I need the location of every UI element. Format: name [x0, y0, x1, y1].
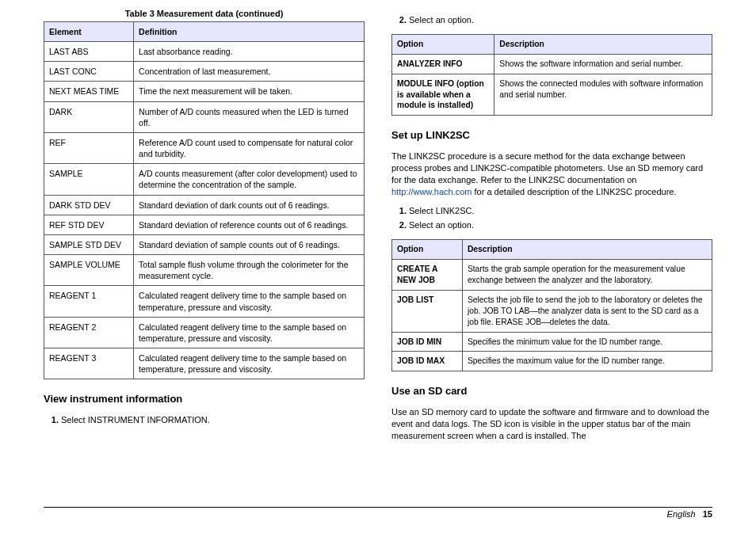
- step: Select an option.: [409, 219, 712, 231]
- table-header-row: Option Description: [392, 34, 712, 54]
- table-row: JOB ID MINSpecifies the minimum value fo…: [392, 332, 712, 352]
- table-row: DARKNumber of A/D counts measured when t…: [44, 101, 365, 132]
- footer-page-number: 15: [703, 509, 712, 519]
- table-row: DARK STD DEVStandard deviation of dark c…: [44, 195, 365, 215]
- table-row: REAGENT 1Calculated reagent delivery tim…: [44, 286, 365, 317]
- link2sc-paragraph: The LINK2SC procedure is a secure method…: [391, 150, 712, 199]
- table-row: JOB LISTSelects the job file to send the…: [392, 290, 712, 332]
- th-description: Description: [462, 240, 712, 260]
- table-header-row: Element Definition: [44, 21, 365, 41]
- table-row: REFReference A/D count used to compensat…: [44, 132, 365, 163]
- steps-list: Select INSTRUMENT INFORMATION.: [44, 414, 365, 426]
- th-description: Description: [494, 34, 712, 54]
- table-row: JOB ID MAXSpecifies the maximum value fo…: [392, 352, 712, 371]
- th-option: Option: [392, 34, 494, 54]
- table-row: REAGENT 2Calculated reagent delivery tim…: [44, 317, 365, 348]
- heading-view-instrument-info: View instrument information: [44, 392, 365, 406]
- table-row: MODULE INFO (option is available when a …: [392, 74, 712, 116]
- step: Select LINK2SC.: [409, 205, 712, 217]
- table-row: SAMPLE VOLUMETotal sample flush volume t…: [44, 255, 365, 286]
- page: Table 3 Measurement data (continued) Ele…: [0, 0, 756, 533]
- table-row: REF STD DEVStandard deviation of referen…: [44, 215, 365, 234]
- th-element: Element: [44, 21, 134, 41]
- step: Select INSTRUMENT INFORMATION.: [61, 414, 365, 426]
- th-option: Option: [392, 240, 463, 260]
- left-column: Table 3 Measurement data (continued) Ele…: [44, 8, 365, 489]
- table-row: REAGENT 3Calculated reagent delivery tim…: [44, 348, 365, 379]
- right-column: Select an option. Option Description ANA…: [391, 8, 712, 489]
- footer-language: English: [667, 509, 696, 519]
- table-row: SAMPLE STD DEVStandard deviation of samp…: [44, 234, 365, 254]
- hach-link[interactable]: http://www.hach.com: [391, 187, 472, 196]
- instrument-info-options-table: Option Description ANALYZER INFOShows th…: [391, 34, 712, 116]
- table-row: NEXT MEAS TIMETime the next measurement …: [44, 82, 365, 101]
- sd-card-paragraph: Use an SD memory card to update the soft…: [391, 406, 712, 443]
- heading-use-sd-card: Use an SD card: [391, 384, 712, 398]
- columns: Table 3 Measurement data (continued) Ele…: [44, 8, 712, 489]
- measurement-data-table: Element Definition LAST ABSLast absorban…: [44, 21, 365, 380]
- step: Select an option.: [409, 14, 712, 26]
- table-row: ANALYZER INFOShows the software informat…: [392, 54, 712, 74]
- table-header-row: Option Description: [392, 240, 712, 260]
- table-caption: Table 3 Measurement data (continued): [44, 8, 365, 20]
- th-definition: Definition: [134, 21, 365, 41]
- table-row: CREATE A NEW JOBStarts the grab sample o…: [392, 260, 712, 291]
- link2sc-options-table: Option Description CREATE A NEW JOBStart…: [391, 239, 712, 371]
- page-footer: English 15: [44, 507, 712, 519]
- table-row: SAMPLEA/D counts measurement (after colo…: [44, 164, 365, 195]
- link2sc-steps: Select LINK2SC. Select an option.: [391, 205, 712, 232]
- table-row: LAST CONCConcentration of last measureme…: [44, 62, 365, 82]
- table-row: LAST ABSLast absorbance reading.: [44, 42, 365, 62]
- steps-list-cont: Select an option.: [391, 14, 712, 26]
- heading-setup-link2sc: Set up LINK2SC: [391, 128, 712, 143]
